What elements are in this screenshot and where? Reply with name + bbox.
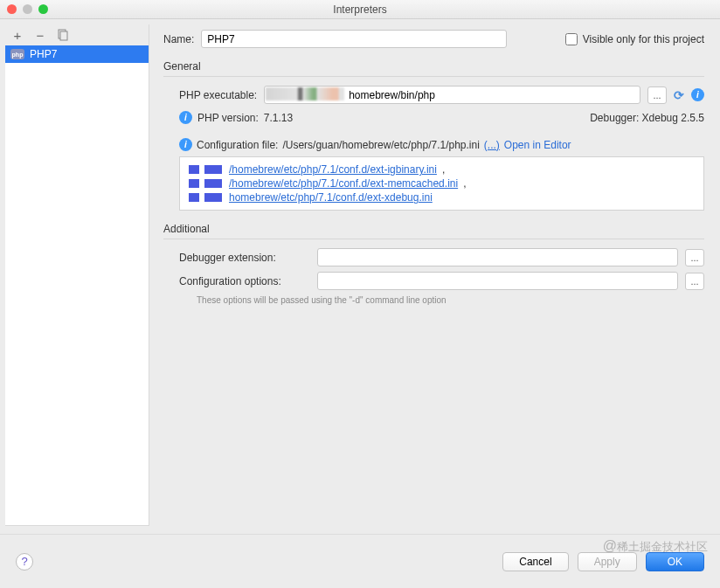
list-item[interactable]: php PHP7 [5, 45, 149, 63]
browse-button[interactable]: ... [685, 273, 704, 290]
redacted-block [189, 165, 224, 174]
browse-button[interactable]: ... [685, 249, 704, 266]
conf-files-box: /homebrew/etc/php/7.1/conf.d/ext-igbinar… [179, 156, 704, 211]
remove-button[interactable]: − [33, 28, 47, 42]
php-icon: php [10, 49, 24, 59]
titlebar: Interpreters [0, 0, 720, 19]
content-panel: Name: Visible only for this project Gene… [149, 19, 720, 526]
copy-button[interactable] [56, 28, 70, 42]
exec-label: PHP executable: [179, 89, 257, 101]
conf-file-link[interactable]: /homebrew/etc/php/7.1/conf.d/ext-memcach… [229, 177, 458, 190]
visible-only-label: Visible only for this project [583, 33, 704, 45]
conf-opts-hint: These options will be passed using the "… [197, 295, 704, 305]
visible-only-checkbox[interactable] [565, 33, 578, 45]
version-value: 7.1.13 [264, 112, 293, 124]
conf-file-link[interactable]: homebrew/etc/php/7.1/conf.d/ext-xdebug.i… [229, 191, 433, 204]
interpreter-list: php PHP7 [5, 45, 149, 525]
sidebar: + − php PHP7 [5, 24, 149, 526]
redacted-block [266, 87, 344, 100]
refresh-icon[interactable]: ⟳ [674, 88, 684, 102]
version-label: PHP version: [197, 112, 259, 124]
conf-file-link[interactable]: /homebrew/etc/php/7.1/conf.d/ext-igbinar… [229, 163, 437, 176]
cancel-button[interactable]: Cancel [502, 552, 568, 571]
debugger-value: Xdebug 2.5.5 [642, 112, 704, 124]
browse-button[interactable]: ... [647, 86, 667, 104]
help-button[interactable]: ? [16, 553, 33, 571]
name-label: Name: [163, 33, 194, 45]
debugger-ext-input[interactable] [317, 248, 678, 266]
add-button[interactable]: + [10, 28, 24, 42]
list-item-label: PHP7 [30, 48, 57, 60]
ok-button[interactable]: OK [646, 552, 704, 571]
info-icon: i [179, 138, 192, 151]
info-icon[interactable]: i [691, 88, 704, 101]
conf-opts-label: Configuration options: [179, 275, 310, 287]
conf-file-value: /Users/guan/homebrew/etc/php/7.1/php.ini [282, 139, 479, 151]
open-in-editor-link[interactable]: Open in Editor [504, 139, 571, 151]
conf-more-link[interactable]: (...) [484, 139, 500, 151]
name-input[interactable] [201, 30, 507, 48]
window-title: Interpreters [0, 3, 720, 16]
redacted-block [189, 193, 224, 202]
debugger-label: Debugger: [590, 112, 639, 124]
svg-rect-1 [60, 31, 67, 40]
info-icon: i [179, 111, 192, 124]
conf-opts-input[interactable] [317, 272, 678, 290]
dialog-footer: ? Cancel Apply OK [0, 534, 720, 588]
additional-section-title: Additional [163, 223, 704, 235]
conf-file-item[interactable]: homebrew/etc/php/7.1/conf.d/ext-xdebug.i… [189, 190, 695, 204]
conf-file-item[interactable]: /homebrew/etc/php/7.1/conf.d/ext-igbinar… [189, 163, 695, 176]
general-section-title: General [163, 60, 704, 73]
sidebar-toolbar: + − [5, 24, 149, 45]
conf-file-label: Configuration file: [197, 139, 278, 151]
conf-file-item[interactable]: /homebrew/etc/php/7.1/conf.d/ext-memcach… [189, 176, 695, 190]
redacted-block [189, 179, 224, 188]
debugger-ext-label: Debugger extension: [179, 252, 310, 264]
apply-button[interactable]: Apply [578, 552, 637, 571]
